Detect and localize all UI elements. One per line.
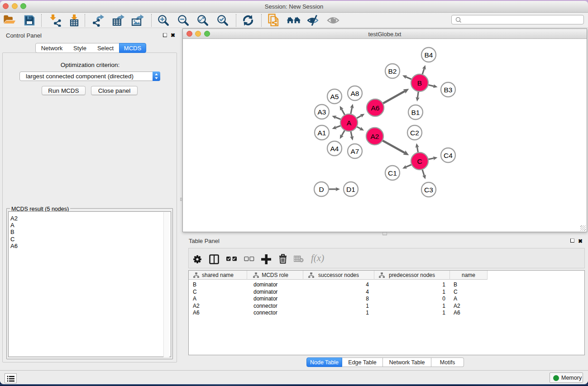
svg-text:A6: A6 — [371, 104, 380, 112]
svg-text:C3: C3 — [424, 186, 433, 194]
svg-text:D: D — [319, 186, 324, 193]
svg-text:C1: C1 — [388, 169, 397, 177]
svg-text:C: C — [417, 157, 422, 165]
svg-text:A2: A2 — [371, 133, 379, 140]
svg-text:C2: C2 — [410, 129, 419, 137]
svg-text:C4: C4 — [444, 152, 453, 159]
svg-text:B2: B2 — [388, 67, 397, 75]
svg-text:B4: B4 — [425, 51, 433, 59]
svg-text:A8: A8 — [351, 90, 359, 97]
svg-text:B3: B3 — [444, 86, 453, 94]
svg-text:A4: A4 — [330, 145, 339, 152]
svg-text:B1: B1 — [411, 109, 420, 116]
svg-text:D1: D1 — [346, 186, 355, 193]
svg-text:A5: A5 — [330, 93, 339, 100]
svg-text:A3: A3 — [318, 108, 326, 116]
svg-text:A1: A1 — [318, 129, 326, 137]
svg-text:A7: A7 — [351, 148, 359, 155]
svg-text:B: B — [417, 79, 422, 87]
svg-text:A: A — [347, 119, 352, 127]
